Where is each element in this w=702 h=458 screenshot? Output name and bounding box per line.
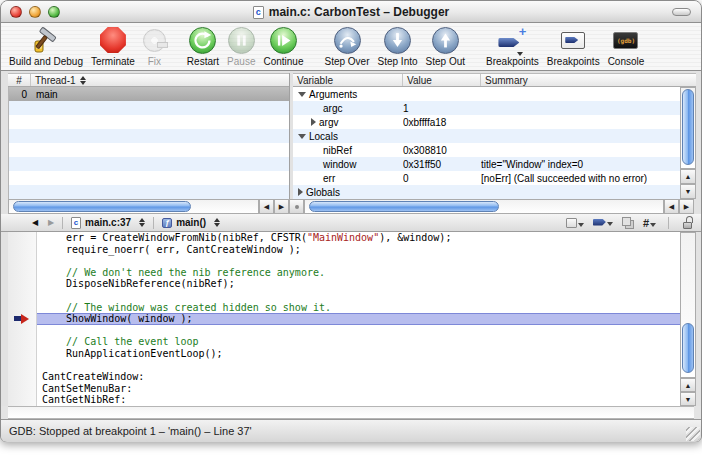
scroll-down-button[interactable]: ▼ xyxy=(680,392,696,406)
scrollbar-thumb[interactable] xyxy=(13,201,191,212)
variable-row[interactable]: argv0xbffffa18 xyxy=(293,115,680,129)
restart-button[interactable]: Restart xyxy=(184,25,222,67)
variable-name-cell: nibRef xyxy=(293,145,403,156)
variable-value-cell: 0x31ff50 xyxy=(403,159,481,170)
variable-summary-cell: [noErr] (Call succeeded with no error) xyxy=(481,173,680,184)
variable-row[interactable]: err0[noErr] (Call succeeded with no erro… xyxy=(293,171,680,185)
thread-name-column-header[interactable]: Thread-1 xyxy=(31,74,289,86)
variable-row[interactable]: window0x31ff50title="Window" index=0 xyxy=(293,157,680,171)
thread-num-column-header[interactable]: # xyxy=(8,74,31,86)
line-number-menu-button[interactable]: # xyxy=(643,218,656,228)
code-segment-plain: err = CreateWindowFromNib(nibRef, CFSTR( xyxy=(42,232,307,243)
variable-name: argc xyxy=(323,103,342,114)
scroll-right-button[interactable]: ▶ xyxy=(679,199,694,214)
disclosure-triangle-icon[interactable] xyxy=(298,134,306,139)
scrollbar-thumb[interactable] xyxy=(682,323,694,373)
thread-empty-row xyxy=(9,143,289,157)
variable-row[interactable]: Locals xyxy=(293,129,680,143)
file-popup[interactable]: c main.c:37 xyxy=(66,217,150,229)
thread-row-function: main xyxy=(32,89,58,100)
disclosure-triangle-icon xyxy=(311,108,320,109)
variable-column-header[interactable]: Variable xyxy=(293,74,403,86)
divider xyxy=(668,217,669,229)
console-button[interactable]: (gdb) Console xyxy=(605,25,648,67)
code-line xyxy=(37,290,680,302)
disclosure-triangle-icon xyxy=(311,150,320,151)
back-button[interactable]: ◀ xyxy=(27,218,43,227)
pane-divider[interactable] xyxy=(289,73,290,214)
fix-button[interactable]: Fix xyxy=(140,25,169,67)
variables-horizontal-scrollbar[interactable] xyxy=(304,199,664,214)
function-popup[interactable]: ƒ main() xyxy=(157,217,225,228)
variables-vertical-scrollbar[interactable] xyxy=(680,87,696,169)
hash-icon: # xyxy=(643,218,649,228)
breakpoint-gutter[interactable] xyxy=(8,232,37,406)
forward-button[interactable]: ▶ xyxy=(43,218,59,227)
step-out-button[interactable]: Step Out xyxy=(423,25,468,67)
scrollbar-thumb[interactable] xyxy=(309,201,499,212)
thread-list: 0main xyxy=(8,87,289,199)
scroll-left-button[interactable]: ◀ xyxy=(259,199,274,214)
breakpoints-menu-button[interactable] xyxy=(593,219,613,227)
disclosure-triangle-icon[interactable] xyxy=(311,118,316,126)
code-horizontal-scrollbar[interactable] xyxy=(8,406,694,419)
variable-value-cell: 1 xyxy=(403,103,481,114)
scroll-up-button[interactable]: ▲ xyxy=(680,169,696,184)
lock-icon[interactable] xyxy=(683,216,693,229)
code-segment-plain: DisposeNibReference(nibRef); xyxy=(42,278,235,289)
code-segment-plain: RunApplicationEventLoop(); xyxy=(42,348,223,359)
scrollbar-thumb[interactable] xyxy=(682,89,694,165)
code-line: CantGetNibRef: xyxy=(37,394,680,406)
code-line: DisposeNibReference(nibRef); xyxy=(37,278,680,290)
code-segment-plain: ), &window); xyxy=(379,232,451,243)
zoom-button[interactable] xyxy=(48,6,60,18)
code-segment-plain: ShowWindow( window ); xyxy=(42,313,193,324)
bookmarks-menu-button[interactable] xyxy=(566,218,584,228)
variable-name: Locals xyxy=(309,131,338,142)
scroll-down-button[interactable]: ▼ xyxy=(680,184,696,199)
step-over-button[interactable]: Step Over xyxy=(321,25,372,67)
variable-name: argv xyxy=(319,117,338,128)
scroll-right-button[interactable]: ▶ xyxy=(274,199,289,214)
stop-octagon-icon xyxy=(100,25,126,55)
variable-row[interactable]: Globals xyxy=(293,185,680,199)
thread-row[interactable]: 0main xyxy=(9,87,289,101)
variable-summary-cell: title="Window" index=0 xyxy=(481,159,680,170)
value-column-header[interactable]: Value xyxy=(403,74,481,86)
title-bar[interactable]: c main.c: CarbonTest – Debugger xyxy=(1,1,701,23)
toolbar-toggle-pill[interactable] xyxy=(672,8,691,16)
code-area: err = CreateWindowFromNib(nibRef, CFSTR(… xyxy=(37,232,680,406)
pause-button[interactable]: Pause xyxy=(224,25,258,67)
code-vertical-scrollbar[interactable] xyxy=(680,232,696,378)
disclosure-triangle-icon[interactable] xyxy=(298,188,303,196)
variable-row[interactable]: nibRef0x308810 xyxy=(293,143,680,157)
close-button[interactable] xyxy=(10,6,22,18)
code-segment-plain: CantCreateWindow: xyxy=(42,371,144,382)
code-line: require_noerr( err, CantCreateWindow ); xyxy=(37,244,680,256)
terminate-button[interactable]: Terminate xyxy=(88,25,138,67)
function-popup-label: main() xyxy=(176,217,206,228)
minimize-button[interactable] xyxy=(29,6,41,18)
disclosure-triangle-icon[interactable] xyxy=(298,92,306,97)
code-segment-string: "MainWindow" xyxy=(307,232,379,243)
thread-empty-row xyxy=(9,185,289,199)
step-into-button[interactable]: Step Into xyxy=(375,25,421,67)
add-breakpoint-button[interactable]: + Breakpoints xyxy=(483,25,542,67)
counterparts-button[interactable] xyxy=(622,217,634,228)
build-and-debug-button[interactable]: Build and Debug xyxy=(6,25,86,67)
thread-empty-row xyxy=(9,129,289,143)
scroll-up-button[interactable]: ▲ xyxy=(680,378,696,392)
continue-button[interactable]: Continue xyxy=(260,25,306,67)
pane-splitter-handle[interactable] xyxy=(289,199,304,214)
function-icon: ƒ xyxy=(162,218,172,228)
variable-name: Globals xyxy=(306,187,340,198)
code-segment-plain: CantSetMenuBar: xyxy=(42,383,132,394)
summary-column-header[interactable]: Summary xyxy=(481,74,696,86)
threads-horizontal-scrollbar[interactable] xyxy=(8,199,259,214)
variable-row[interactable]: argc1 xyxy=(293,101,680,115)
breakpoints-window-button[interactable]: Breakpoints xyxy=(544,25,603,67)
page-icon xyxy=(566,218,577,228)
variable-row[interactable]: Arguments xyxy=(293,87,680,101)
resize-grip[interactable] xyxy=(686,427,700,441)
scroll-left-button[interactable]: ◀ xyxy=(664,199,679,214)
